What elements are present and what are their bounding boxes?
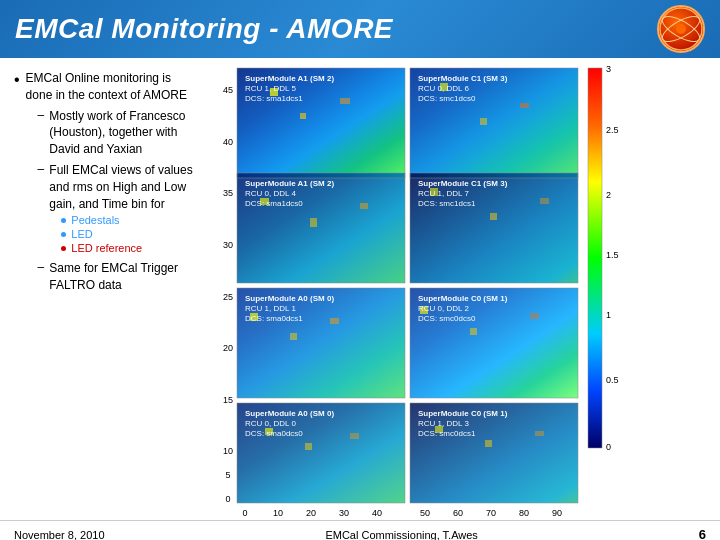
sub-bullet-led-ref — [61, 246, 66, 251]
svg-rect-42 — [310, 218, 317, 227]
svg-rect-58 — [535, 431, 544, 436]
dash-2: – — [38, 162, 45, 176]
svg-text:50: 50 — [420, 508, 430, 518]
svg-text:DCS: sma0dcs1: DCS: sma0dcs1 — [245, 314, 303, 323]
svg-text:0: 0 — [242, 508, 247, 518]
svg-text:DCS: smc1dcs1: DCS: smc1dcs1 — [418, 199, 476, 208]
dash-1: – — [38, 108, 45, 122]
dash-3: – — [38, 260, 45, 274]
svg-rect-37 — [340, 98, 350, 104]
svg-rect-52 — [530, 313, 539, 319]
svg-text:DCS: sma1dcs0: DCS: sma1dcs0 — [245, 199, 303, 208]
sub-item-pedestals: Pedestals — [61, 214, 200, 226]
svg-rect-40 — [520, 103, 529, 108]
dash-list: – Mostly work of Francesco (Houston), to… — [38, 108, 200, 294]
sub-text-pedestals: Pedestals — [71, 214, 119, 226]
svg-text:RCU 1, DDL 3: RCU 1, DDL 3 — [418, 419, 469, 428]
svg-text:SuperModule C0 (SM 1): SuperModule C0 (SM 1) — [418, 294, 508, 303]
svg-text:DCS: smc0dcs0: DCS: smc0dcs0 — [418, 314, 476, 323]
svg-point-3 — [676, 24, 686, 34]
svg-text:1: 1 — [606, 310, 611, 320]
sub-bullet-led — [61, 232, 66, 237]
svg-text:DCS: smc1dcs0: DCS: smc1dcs0 — [418, 94, 476, 103]
footer-page-number: 6 — [699, 527, 706, 540]
footer: November 8, 2010 EMCal Commissioning, T.… — [0, 520, 720, 540]
svg-text:SuperModule A1 (SM 2): SuperModule A1 (SM 2) — [245, 179, 334, 188]
main-content: • EMCal Online monitoring is done in the… — [0, 58, 720, 520]
svg-text:70: 70 — [486, 508, 496, 518]
svg-rect-55 — [350, 433, 359, 439]
bullet-item-1: • EMCal Online monitoring is done in the… — [14, 70, 200, 298]
svg-text:DCS: smc0dcs1: DCS: smc0dcs1 — [418, 429, 476, 438]
svg-text:RCU 1, DDL 1: RCU 1, DDL 1 — [245, 304, 296, 313]
heatmap-svg: 45 40 35 30 25 20 15 10 5 0 0 10 20 30 4… — [210, 58, 720, 520]
svg-text:10: 10 — [223, 446, 233, 456]
svg-text:0.5: 0.5 — [606, 375, 619, 385]
svg-text:RCU 0, DDL 0: RCU 0, DDL 0 — [245, 419, 296, 428]
svg-text:60: 60 — [453, 508, 463, 518]
svg-rect-54 — [305, 443, 312, 450]
svg-rect-33 — [237, 403, 405, 503]
svg-rect-57 — [485, 440, 492, 447]
dash-text-3: Same for EMCal Trigger FALTRO data — [49, 260, 200, 294]
svg-text:20: 20 — [306, 508, 316, 518]
footer-center: EMCal Commissioning, T.Awes — [325, 529, 477, 541]
svg-text:SuperModule A0 (SM 0): SuperModule A0 (SM 0) — [245, 294, 334, 303]
svg-text:DCS: sma1dcs1: DCS: sma1dcs1 — [245, 94, 303, 103]
svg-text:RCU 1, DDL 5: RCU 1, DDL 5 — [245, 84, 296, 93]
svg-text:2.5: 2.5 — [606, 125, 619, 135]
svg-text:15: 15 — [223, 395, 233, 405]
svg-rect-45 — [490, 213, 497, 220]
svg-text:SuperModule C0 (SM 1): SuperModule C0 (SM 1) — [418, 409, 508, 418]
header: EMCal Monitoring - AMORE — [0, 0, 720, 58]
svg-text:25: 25 — [223, 292, 233, 302]
svg-text:80: 80 — [519, 508, 529, 518]
svg-text:0: 0 — [606, 442, 611, 452]
svg-rect-36 — [300, 113, 306, 119]
sub-bullet-pedestals — [61, 218, 66, 223]
dash-text-1: Mostly work of Francesco (Houston), toge… — [49, 108, 200, 158]
svg-text:2: 2 — [606, 190, 611, 200]
svg-text:5: 5 — [225, 470, 230, 480]
svg-text:3: 3 — [606, 64, 611, 74]
svg-text:35: 35 — [223, 188, 233, 198]
svg-text:SuperModule C1 (SM 3): SuperModule C1 (SM 3) — [418, 74, 508, 83]
svg-text:20: 20 — [223, 343, 233, 353]
svg-rect-46 — [540, 198, 549, 204]
dash-item-3: – Same for EMCal Trigger FALTRO data — [38, 260, 200, 294]
svg-text:40: 40 — [223, 137, 233, 147]
svg-text:0: 0 — [225, 494, 230, 504]
bullet-dot: • — [14, 70, 20, 91]
dash-item-1: – Mostly work of Francesco (Houston), to… — [38, 108, 200, 158]
svg-text:30: 30 — [339, 508, 349, 518]
left-panel: • EMCal Online monitoring is done in the… — [0, 58, 210, 520]
right-panel: 45 40 35 30 25 20 15 10 5 0 0 10 20 30 4… — [210, 58, 720, 520]
svg-text:SuperModule C1 (SM 3): SuperModule C1 (SM 3) — [418, 179, 508, 188]
svg-rect-39 — [480, 118, 487, 125]
svg-text:RCU 0, DDL 2: RCU 0, DDL 2 — [418, 304, 469, 313]
svg-text:90: 90 — [552, 508, 562, 518]
svg-rect-43 — [360, 203, 368, 209]
svg-text:RCU 0, DDL 6: RCU 0, DDL 6 — [418, 84, 469, 93]
svg-rect-34 — [410, 403, 578, 503]
heatmap-container: 45 40 35 30 25 20 15 10 5 0 0 10 20 30 4… — [210, 58, 720, 520]
svg-rect-91 — [588, 68, 602, 448]
dash-item-2: – Full EMCal views of values and rms on … — [38, 162, 200, 256]
alice-logo — [657, 5, 705, 53]
svg-text:RCU 0, DDL 4: RCU 0, DDL 4 — [245, 189, 296, 198]
svg-text:45: 45 — [223, 85, 233, 95]
sub-item-led: LED — [61, 228, 200, 240]
svg-text:40: 40 — [372, 508, 382, 518]
svg-rect-49 — [330, 318, 339, 324]
page-title: EMCal Monitoring - AMORE — [15, 13, 393, 45]
sub-text-led-ref: LED reference — [71, 242, 142, 254]
sub-text-led: LED — [71, 228, 92, 240]
svg-text:10: 10 — [273, 508, 283, 518]
sub-list: Pedestals LED LED reference — [61, 214, 200, 254]
svg-text:DCS: sma0dcs0: DCS: sma0dcs0 — [245, 429, 303, 438]
bullet-text-1: EMCal Online monitoring is done in the c… — [26, 71, 187, 102]
footer-date: November 8, 2010 — [14, 529, 105, 541]
svg-text:30: 30 — [223, 240, 233, 250]
svg-rect-48 — [290, 333, 297, 340]
svg-text:1.5: 1.5 — [606, 250, 619, 260]
